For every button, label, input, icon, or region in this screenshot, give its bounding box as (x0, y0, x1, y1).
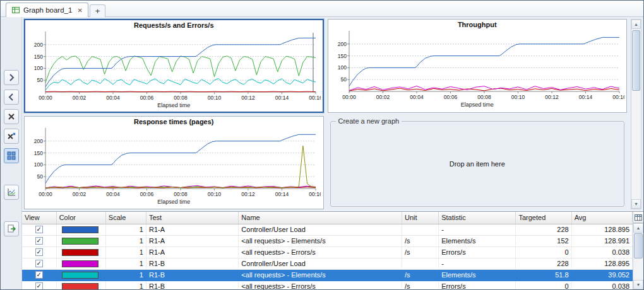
col-avg[interactable]: Avg (571, 212, 632, 224)
chart-panel-response-times[interactable]: Response times (pages) 5010015020000:000… (24, 116, 324, 210)
color-cell (56, 258, 105, 269)
color-swatch (62, 283, 98, 290)
tab-graph-board[interactable]: Graph board_1 ✕ (6, 3, 88, 17)
col-color[interactable]: Color (56, 212, 105, 224)
move-right-button[interactable] (4, 70, 19, 85)
table-row[interactable]: ✓ 1 R1-A <all requests> - Errors/s /s Er… (22, 246, 633, 258)
svg-text:50: 50 (37, 173, 44, 180)
svg-text:00:08: 00:08 (174, 191, 188, 197)
content-area: Requests/s and Errors/s 5010015020000:00… (1, 17, 643, 289)
x-axis-label: Elapsed time (157, 102, 190, 108)
svg-text:00:12: 00:12 (242, 95, 256, 101)
left-toolbar (1, 17, 22, 289)
avg-cell: 0.038 (571, 246, 632, 258)
response-times-chart: 5010015020000:0000:0200:0400:0600:0800:1… (27, 127, 321, 199)
svg-text:00:04: 00:04 (107, 95, 121, 101)
col-unit[interactable]: Unit (402, 212, 439, 224)
view-checkbox[interactable]: ✓ (35, 271, 43, 279)
line-chart-icon (6, 187, 16, 197)
view-checkbox[interactable]: ✓ (35, 282, 43, 289)
svg-text:200: 200 (338, 41, 347, 47)
table-row[interactable]: ✓ 1 R1-A Controller/User Load - 228 128.… (22, 224, 633, 235)
canvas-scroll-track[interactable] (631, 29, 641, 199)
unit-cell: /s (402, 235, 439, 246)
avg-cell: 128.895 (571, 258, 632, 269)
avg-cell: 0.038 (571, 281, 632, 289)
color-cell (56, 224, 105, 235)
avg-cell: 128.991 (571, 235, 632, 246)
line-chart-button[interactable] (4, 185, 19, 200)
svg-text:00:14: 00:14 (275, 95, 289, 101)
view-checkbox[interactable]: ✓ (35, 237, 43, 245)
col-targeted[interactable]: Targeted (516, 212, 571, 224)
scale-cell: 1 (105, 269, 146, 281)
new-graph-cell: Create a new graph Drop an item here (328, 116, 628, 210)
scroll-up-icon[interactable]: ▲ (631, 20, 641, 29)
unit-cell: /s (402, 269, 439, 281)
table-row[interactable]: ✓ 1 R1-A <all requests> - Elements/s /s … (22, 235, 633, 246)
throughput-chart: 5010015020000:0000:0200:0400:0600:0800:1… (330, 30, 624, 102)
table-row[interactable]: ✓ 1 R1-B <all requests> - Elements/s /s … (22, 269, 633, 281)
new-tab-button[interactable]: + (90, 4, 106, 17)
move-left-button[interactable] (4, 90, 19, 105)
column-chooser-button[interactable] (633, 212, 643, 223)
chart-panel-requests-errors[interactable]: Requests/s and Errors/s 5010015020000:00… (24, 19, 324, 113)
avg-cell: 128.895 (571, 224, 632, 235)
table-scroll-up-icon[interactable]: ▲ (633, 223, 643, 233)
chart-panel-throughput[interactable]: Throughput 5010015020000:0000:0200:0400:… (328, 19, 628, 113)
chart-title: Requests/s and Errors/s (134, 21, 214, 30)
color-swatch (62, 249, 98, 256)
tab-close-icon[interactable]: ✕ (77, 7, 82, 14)
svg-text:100: 100 (34, 65, 43, 71)
table-header-row: View Color Scale Test Name Unit Statisti… (22, 212, 633, 224)
svg-text:00:02: 00:02 (376, 94, 390, 100)
export-report-button[interactable] (4, 221, 19, 236)
table-scroll-track[interactable] (633, 233, 643, 280)
col-name[interactable]: Name (239, 212, 402, 224)
svg-text:00:04: 00:04 (410, 94, 424, 100)
svg-text:00:16: 00:16 (612, 94, 624, 100)
targeted-cell: 0 (516, 281, 571, 289)
statistic-cell: Errors/s (439, 246, 516, 258)
table-row[interactable]: ✓ 1 R1-B <all requests> - Errors/s /s Er… (22, 281, 633, 289)
application-window: Graph board_1 ✕ + (0, 0, 644, 290)
remove-button[interactable] (4, 109, 19, 124)
requests-errors-chart: 5010015020000:0000:0200:0400:0600:0800:1… (27, 30, 321, 102)
view-cell: ✓ (22, 246, 56, 258)
scroll-down-icon[interactable]: ▼ (631, 199, 641, 209)
color-cell (56, 281, 105, 289)
svg-text:00:02: 00:02 (73, 191, 86, 197)
view-checkbox[interactable]: ✓ (35, 260, 43, 267)
statistic-cell: Elements/s (439, 269, 516, 281)
unit-cell (402, 224, 439, 235)
chart-title: Throughput (458, 21, 497, 30)
create-new-graph-groupbox[interactable]: Create a new graph Drop an item here (330, 121, 625, 207)
col-view[interactable]: View (22, 212, 56, 224)
svg-text:00:06: 00:06 (140, 95, 154, 101)
table-scroll-down-icon[interactable]: ▼ (633, 280, 643, 289)
color-swatch (62, 226, 98, 233)
svg-text:00:06: 00:06 (444, 94, 458, 100)
svg-text:00:14: 00:14 (579, 94, 593, 100)
table-row[interactable]: ✓ 1 R1-B Controller/User Load - 228 128.… (22, 258, 633, 269)
view-checkbox[interactable]: ✓ (35, 248, 43, 256)
col-scale[interactable]: Scale (105, 212, 146, 224)
x-axis-label: Elapsed time (157, 199, 190, 205)
test-cell: R1-B (146, 269, 238, 281)
table-scrollbar[interactable]: ▲ ▼ (633, 212, 643, 289)
col-statistic[interactable]: Statistic (439, 212, 516, 224)
canvas-scroll-thumb[interactable] (632, 30, 640, 91)
svg-text:00:10: 00:10 (208, 95, 222, 101)
col-test[interactable]: Test (146, 212, 238, 224)
view-checkbox[interactable]: ✓ (35, 226, 43, 233)
unit-cell (402, 258, 439, 269)
name-cell: <all requests> - Errors/s (239, 281, 402, 289)
series-table-section: View Color Scale Test Name Unit Statisti… (22, 211, 643, 289)
grid-layout-button[interactable] (4, 148, 19, 163)
table-scroll-thumb[interactable] (634, 233, 643, 258)
remove-all-button[interactable] (4, 129, 19, 144)
canvas-scrollbar[interactable]: ▲ ▼ (631, 19, 641, 209)
svg-text:00:10: 00:10 (511, 94, 525, 100)
svg-text:00:08: 00:08 (174, 95, 188, 101)
view-cell: ✓ (22, 281, 56, 289)
